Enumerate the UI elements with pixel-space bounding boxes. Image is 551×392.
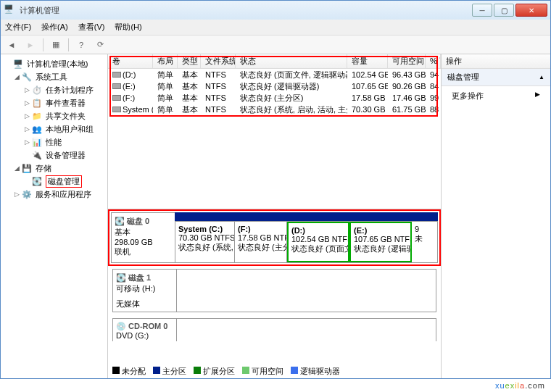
disk-0-size: 298.09 GB xyxy=(115,238,172,246)
tree-performance[interactable]: ▷📊性能 xyxy=(2,135,106,149)
tree-disk-management[interactable]: 💽磁盘管理 xyxy=(2,175,106,188)
col-volume[interactable]: 卷 xyxy=(108,54,153,68)
tree-event-viewer[interactable]: ▷📋事件查看器 xyxy=(2,96,106,109)
maximize-button[interactable]: ▢ xyxy=(494,4,514,17)
col-capacity[interactable]: 容量 xyxy=(347,54,388,68)
disk-0-state: 联机 xyxy=(115,246,172,257)
partition-bar xyxy=(175,212,438,221)
back-button[interactable]: ◄ xyxy=(4,37,20,53)
title-bar: 🖥️ 计算机管理 ─ ▢ ✕ xyxy=(1,1,550,20)
nav-tree[interactable]: 🖥️计算机管理(本地) ◢🔧系统工具 ▷⏱️任务计划程序 ▷📋事件查看器 ▷📁共… xyxy=(1,54,108,378)
tree-task-scheduler[interactable]: ▷⏱️任务计划程序 xyxy=(2,83,106,96)
partition-f[interactable]: (F:) 17.58 GB NTF 状态良好 (主分 xyxy=(235,222,287,262)
tree-shared-folders[interactable]: ▷📁共享文件夹 xyxy=(2,109,106,122)
views-button[interactable]: ▦ xyxy=(48,37,64,53)
cdrom-info[interactable]: 💿 CD-ROM 0 DVD (G:) xyxy=(112,318,176,341)
menu-action[interactable]: 操作(A) xyxy=(41,22,68,33)
col-pct[interactable]: % 可F xyxy=(426,54,441,68)
disk-icon: 💽 磁盘 1 xyxy=(116,272,173,283)
col-filesystem[interactable]: 文件系统 xyxy=(201,54,236,68)
table-row[interactable]: (F:)简单基本NTFS状态良好 (主分区)17.58 GB17.46 GB99… xyxy=(108,92,441,104)
tree-services-apps[interactable]: ▷⚙️服务和应用程序 xyxy=(2,188,106,201)
table-header: 卷 布局 类型 文件系统 状态 容量 可用空间 % 可F xyxy=(108,54,441,69)
window-title: 计算机管理 xyxy=(20,5,471,16)
table-row[interactable]: (D:)简单基本NTFS状态良好 (页面文件, 逻辑驱动器)102.54 GB9… xyxy=(108,69,441,80)
partition-d[interactable]: (D:) 102.54 GB NTFS 状态良好 (页面文 xyxy=(287,222,349,262)
partition-e[interactable]: (E:) 107.65 GB NTFS 状态良好 (逻辑驱 xyxy=(349,222,412,262)
col-layout[interactable]: 布局 xyxy=(153,54,178,68)
close-button[interactable]: ✕ xyxy=(515,4,547,17)
disk-1-type: 可移动 (H:) xyxy=(116,283,173,294)
actions-header: 操作 xyxy=(442,54,550,69)
disk-0-info[interactable]: 💽 磁盘 0 基本 298.09 GB 联机 xyxy=(111,212,175,263)
app-icon: 🖥️ xyxy=(4,4,15,16)
cdrom-icon: 💿 CD-ROM 0 xyxy=(116,322,173,331)
col-type[interactable]: 类型 xyxy=(178,54,201,68)
partition-tail[interactable]: 9未 xyxy=(412,222,437,262)
disk-1-empty[interactable] xyxy=(176,269,436,312)
collapse-icon[interactable]: ▲ xyxy=(539,74,544,80)
menu-view[interactable]: 查看(V) xyxy=(78,22,105,33)
disk-1-info[interactable]: 💽 磁盘 1 可移动 (H:) 无媒体 xyxy=(112,269,176,312)
table-row[interactable]: (E:)简单基本NTFS状态良好 (逻辑驱动器)107.65 GB90.26 G… xyxy=(108,80,441,92)
disk-0-section[interactable]: 💽 磁盘 0 基本 298.09 GB 联机 System (C:) 70.30… xyxy=(108,209,441,266)
tree-local-users[interactable]: ▷👥本地用户和组 xyxy=(2,122,106,135)
cdrom-empty[interactable] xyxy=(176,318,436,341)
disk-icon: 💽 磁盘 0 xyxy=(115,216,172,227)
tree-system-tools[interactable]: ◢🔧系统工具 xyxy=(2,70,106,83)
disk-0-type: 基本 xyxy=(115,227,172,238)
menu-bar: 文件(F) 操作(A) 查看(V) 帮助(H) xyxy=(1,20,550,36)
col-free[interactable]: 可用空间 xyxy=(388,54,426,68)
watermark: xuexila.com xyxy=(495,379,545,391)
col-status[interactable]: 状态 xyxy=(236,54,347,68)
toolbar-divider xyxy=(43,38,44,51)
tree-storage[interactable]: ◢💾存储 xyxy=(2,162,106,175)
disk-1-state: 无媒体 xyxy=(116,299,173,309)
cdrom-sub: DVD (G:) xyxy=(116,331,173,340)
table-row[interactable]: System (C:)简单基本NTFS状态良好 (系统, 启动, 活动, 主分区… xyxy=(108,104,441,115)
toolbar-divider xyxy=(68,38,69,51)
refresh-button[interactable]: ⟳ xyxy=(92,37,108,53)
help-button[interactable]: ? xyxy=(73,37,89,53)
toolbar: ◄ ► ▦ ? ⟳ xyxy=(1,36,550,54)
legend: 未分配 主分区 扩展分区 可用空间 逻辑驱动器 xyxy=(112,366,340,377)
cdrom-section[interactable]: 💿 CD-ROM 0 DVD (G:) xyxy=(108,315,441,341)
actions-category[interactable]: 磁盘管理 ▲ xyxy=(442,69,550,86)
tree-root[interactable]: 🖥️计算机管理(本地) xyxy=(2,57,106,70)
forward-button[interactable]: ► xyxy=(22,37,38,53)
menu-help[interactable]: 帮助(H) xyxy=(115,22,141,33)
tree-device-manager[interactable]: 🔌设备管理器 xyxy=(2,149,106,162)
chevron-right-icon: ▶ xyxy=(535,91,540,98)
actions-pane: 操作 磁盘管理 ▲ 更多操作 ▶ xyxy=(442,54,550,378)
minimize-button[interactable]: ─ xyxy=(472,4,492,17)
partition-c[interactable]: System (C:) 70.30 GB NTFS 状态良好 (系统, 启 xyxy=(175,222,235,262)
actions-more[interactable]: 更多操作 ▶ xyxy=(442,86,550,106)
menu-file[interactable]: 文件(F) xyxy=(5,22,31,33)
disk-graphical-view[interactable]: 💽 磁盘 0 基本 298.09 GB 联机 System (C:) 70.30… xyxy=(108,209,441,378)
volume-list[interactable]: 卷 布局 类型 文件系统 状态 容量 可用空间 % 可F (D:)简单基本NTF… xyxy=(108,54,441,209)
disk-1-section[interactable]: 💽 磁盘 1 可移动 (H:) 无媒体 xyxy=(108,266,441,315)
